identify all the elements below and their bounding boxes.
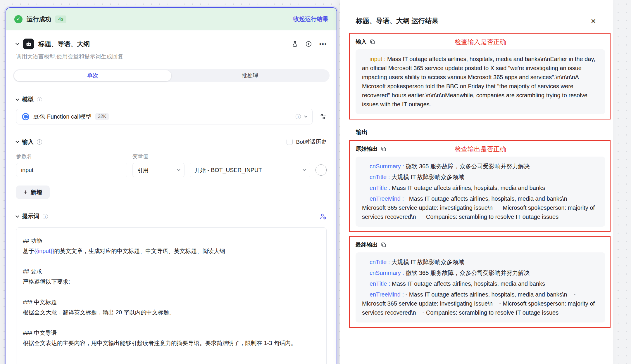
prompt-line: ## 要求	[23, 266, 320, 277]
add-param-button[interactable]: + 新增	[16, 186, 50, 199]
model-name: 豆包·Function call模型	[33, 113, 92, 121]
input-section-title: 输入	[22, 138, 34, 146]
collapse-results-link[interactable]: 收起运行结果	[293, 15, 328, 23]
model-context-badge: 32K	[95, 113, 109, 120]
output-key: enTitle :	[370, 280, 390, 287]
output-key: cnTitle :	[370, 174, 390, 180]
output-key: enTreeMind :	[370, 195, 404, 202]
model-section-title: 模型	[22, 96, 34, 103]
chevron-down-icon	[303, 168, 306, 171]
param-name-column-label: 参数名	[16, 153, 132, 160]
run-result-panel: 标题、导语、大纲 运行结果 × 输入 检查输入是否正确 input : Mass…	[340, 0, 613, 364]
chevron-down-icon[interactable]	[15, 139, 19, 143]
final-output-value-box: cnTitle : 大规模 IT 故障影响众多领域 cnSummary : 微软…	[356, 252, 605, 323]
prompt-optimize-icon[interactable]	[319, 213, 327, 220]
model-info-icon[interactable]: i	[296, 114, 301, 119]
output-key-value: cnTitle : 大规模 IT 故障影响众多领域	[362, 173, 599, 182]
input-section-header: 输入 i Bot对话历史	[16, 138, 327, 146]
result-panel-header: 标题、导语、大纲 运行结果 ×	[340, 0, 613, 25]
node-toolbar: ⋯	[292, 40, 327, 48]
prompt-line: ## 功能	[23, 236, 320, 246]
node-collapse-chevron-icon[interactable]	[15, 41, 19, 45]
model-logo-icon	[22, 113, 30, 121]
chevron-down-icon	[177, 168, 180, 171]
input-block-header: 输入 检查输入是否正确	[356, 37, 605, 46]
copy-icon[interactable]	[370, 39, 375, 44]
chevron-down-icon[interactable]	[15, 214, 19, 218]
debug-icon[interactable]	[292, 41, 298, 47]
prompt-section-header: 提示词 i	[16, 212, 327, 220]
more-icon[interactable]: ⋯	[319, 40, 327, 48]
prompt-editor[interactable]: ## 功能 基于{{input}}的英文文章，生成对应的中文标题、中文导语、英文…	[16, 227, 327, 364]
prompt-blank-line	[23, 318, 320, 328]
success-check-icon: ✓	[14, 15, 23, 23]
output-key-value: enTreeMind : - Mass IT outage affects ai…	[362, 194, 599, 221]
output-key-value: enTitle : Mass IT outage affects airline…	[362, 183, 599, 193]
prompt-line: ### 中文标题	[23, 297, 320, 307]
prompt-text: 的英文文章，生成对应的中文标题、中文导语、英文标题、阅读大纲	[54, 248, 225, 254]
output-value: 微软 365 服务故障，众多公司受影响并努力解决	[406, 163, 530, 169]
output-key-value: enTitle : Mass IT outage affects airline…	[362, 279, 599, 288]
model-select[interactable]: 豆包·Function call模型 32K i	[16, 109, 313, 124]
close-icon[interactable]: ×	[591, 17, 596, 25]
input-value: Mass IT outage affects airlines, hospita…	[362, 56, 597, 108]
value-ref-select[interactable]: 开始 - BOT_USER_INPUT	[190, 163, 310, 177]
chevron-down-icon[interactable]	[15, 97, 19, 101]
value-ref-label: 开始 - BOT_USER_INPUT	[194, 166, 262, 174]
final-output-label: 最终输出	[356, 241, 378, 249]
bot-history-checkbox[interactable]	[287, 139, 293, 145]
result-panel-title: 标题、导语、大纲 运行结果	[356, 16, 438, 25]
raw-output-header: 原始输出 检查输出是否正确	[356, 144, 605, 154]
model-settings-icon[interactable]	[319, 113, 327, 120]
run-node-icon[interactable]	[305, 41, 312, 47]
copy-icon[interactable]	[381, 146, 386, 152]
final-output-header: 最终输出	[356, 240, 605, 249]
model-section-header: 模型 i	[16, 96, 327, 103]
value-type-label: 引用	[137, 166, 149, 174]
output-key: enTitle :	[370, 185, 390, 191]
input-value-box: input : Mass IT outage affects airlines,…	[356, 49, 605, 114]
param-name-input[interactable]	[16, 163, 127, 177]
output-value: Mass IT outage affects airlines, hospita…	[392, 280, 545, 287]
check-glyph: ✓	[16, 16, 20, 22]
final-output-annotation-box: 最终输出 cnTitle : 大规模 IT 故障影响众多领域 cnSummary…	[349, 236, 611, 328]
model-row: 豆包·Function call模型 32K i	[16, 109, 327, 124]
input-check-annotation: 检查输入是否正确	[356, 38, 605, 46]
output-value: 大规模 IT 故障影响众多领域	[392, 259, 464, 265]
minus-icon: −	[319, 166, 323, 174]
output-key: cnSummary :	[370, 163, 404, 169]
add-param-label: 新增	[31, 188, 42, 196]
output-key-value: cnSummary : 微软 365 服务故障，众多公司受影响并努力解决	[362, 268, 599, 278]
input-annotation-box: 输入 检查输入是否正确 input : Mass IT outage affec…	[349, 33, 611, 119]
output-key-value: enTreeMind : - Mass IT outage affects ai…	[362, 290, 599, 317]
run-duration-badge: 4s	[55, 15, 66, 23]
model-section: 模型 i 豆包·Function call模型 32K i	[6, 96, 337, 124]
tab-single[interactable]: 单次	[14, 70, 171, 81]
param-row: 引用 开始 - BOT_USER_INPUT −	[16, 163, 327, 177]
prompt-variable-token: {{input}}	[34, 248, 54, 254]
bot-history-option: Bot对话历史	[287, 138, 327, 146]
output-value: 大规模 IT 故障影响众多领域	[392, 174, 464, 180]
value-type-select[interactable]: 引用	[132, 163, 185, 177]
tab-batch[interactable]: 批处理	[171, 70, 329, 81]
prompt-section: 提示词 i ## 功能 基于{{input}}的英文文章，生成对应的中文标题、中…	[6, 212, 337, 364]
copy-icon[interactable]	[381, 242, 386, 247]
output-value: 微软 365 服务故障，众多公司受影响并努力解决	[406, 270, 530, 276]
raw-output-annotation-box: 原始输出 检查输出是否正确 cnSummary : 微软 365 服务故障，众多…	[349, 140, 611, 232]
prompt-text: 基于	[23, 248, 34, 254]
output-key-value: cnSummary : 微软 365 服务故障，众多公司受影响并努力解决	[362, 162, 599, 171]
input-key-value: input : Mass IT outage affects airlines,…	[362, 55, 599, 109]
param-column-labels: 参数名 变量值	[16, 153, 327, 160]
remove-param-button[interactable]: −	[316, 164, 327, 176]
prompt-line: 严格遵循以下要求:	[23, 277, 320, 287]
workflow-canvas: ✓ 运行成功 4s 收起运行结果 标题、导语、大纲	[0, 0, 631, 364]
mode-tabs: 单次 批处理	[13, 69, 330, 82]
input-key: input :	[370, 56, 385, 62]
output-check-annotation: 检查输出是否正确	[356, 145, 605, 154]
prompt-line: 根据全文大意，翻译英文标题，输出 20 字以内的中文标题。	[23, 307, 320, 318]
raw-output-label: 原始输出	[356, 145, 378, 153]
info-icon: i	[37, 139, 42, 145]
prompt-blank-line	[23, 256, 320, 266]
chevron-down-icon	[304, 114, 307, 117]
prompt-section-title: 提示词	[22, 212, 39, 220]
